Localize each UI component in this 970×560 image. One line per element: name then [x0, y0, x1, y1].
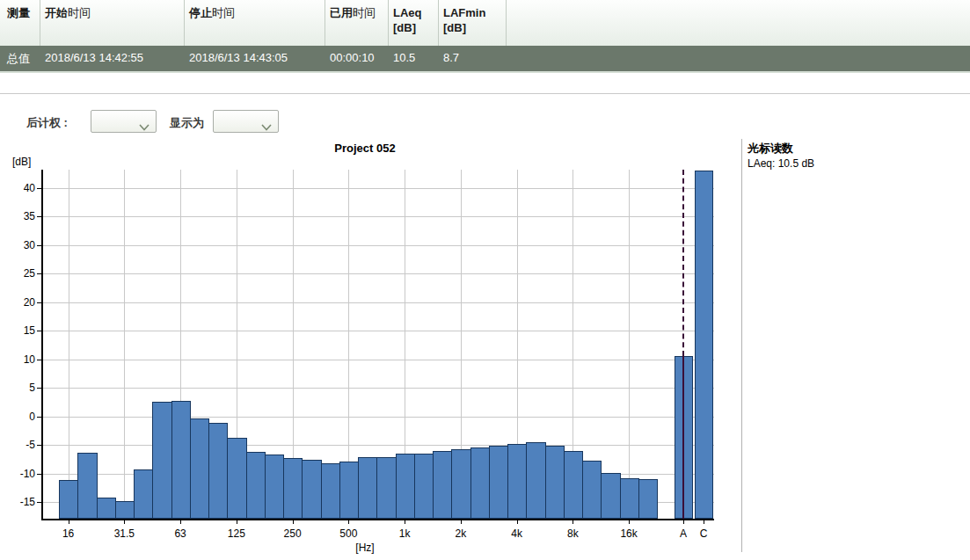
cursor-panel-title: 光标读数 — [748, 141, 793, 156]
app-window: 测量 开始时间 停止时间 已用时间 LAeq[dB] LAFmin[dB] 总值… — [0, 0, 970, 560]
bar-10k[interactable] — [582, 461, 602, 519]
header-laeq-line2: [dB] — [393, 21, 416, 34]
bar-63[interactable] — [171, 401, 191, 519]
y-tick-label: 25 — [0, 267, 35, 280]
x-tick-label: 500 — [326, 527, 370, 540]
bar-800[interactable] — [376, 457, 396, 519]
post-weighting-select[interactable] — [91, 110, 157, 133]
bar-20[interactable] — [77, 453, 97, 519]
y-tick-label: 10 — [0, 353, 35, 366]
x-tick — [704, 520, 704, 524]
display-as-select[interactable] — [213, 110, 279, 133]
bar-6.3k[interactable] — [545, 446, 565, 519]
bar-16k[interactable] — [620, 478, 639, 519]
x-tick — [124, 520, 125, 524]
panel-separator — [741, 139, 742, 552]
bar-4k[interactable] — [507, 444, 527, 519]
bar-160[interactable] — [246, 452, 266, 519]
bar-2.5k[interactable] — [470, 447, 490, 519]
x-tick — [573, 520, 573, 524]
table-data-row[interactable]: 总值 2018/6/13 14:42:55 2018/6/13 14:43:05… — [0, 46, 970, 71]
y-axis-line — [41, 170, 43, 520]
header-start-strong: 开始 — [45, 6, 68, 19]
header-elapsed-rest: 时间 — [353, 6, 376, 19]
bar-1.6k[interactable] — [433, 451, 452, 519]
y-tick-label: 30 — [0, 239, 35, 251]
y-gridline — [43, 302, 714, 303]
x-tick-label: 63 — [158, 527, 202, 540]
results-table-header: 测量 开始时间 停止时间 已用时间 LAeq[dB] LAFmin[dB] — [0, 0, 970, 46]
bar-100[interactable] — [208, 423, 228, 519]
x-tick — [180, 520, 181, 524]
y-axis-unit-label: [dB] — [12, 156, 31, 168]
bar-12.5k[interactable] — [601, 473, 620, 519]
y-gridline — [43, 445, 714, 446]
y-gridline — [43, 417, 714, 418]
y-gridline — [43, 188, 714, 189]
cursor-line-solid[interactable] — [682, 356, 684, 519]
y-gridline — [43, 216, 714, 217]
x-tick — [629, 520, 630, 524]
bar-125[interactable] — [227, 438, 246, 519]
row-laeq-value: 10.5 — [389, 51, 439, 64]
row-elapsed-time-value: 00:00:10 — [325, 51, 389, 64]
bar-25[interactable] — [97, 498, 116, 519]
header-empty — [507, 0, 970, 46]
header-start-time: 开始时间 — [40, 0, 185, 46]
bar-500[interactable] — [339, 462, 359, 519]
bar-80[interactable] — [190, 418, 209, 519]
x-tick-label: 125 — [215, 527, 259, 540]
bar-2k[interactable] — [451, 449, 470, 519]
x-tick-label: 31.5 — [102, 527, 146, 540]
y-gridline — [43, 388, 714, 389]
row-start-time-value: 2018/6/13 14:42:55 — [40, 51, 185, 64]
x-tick — [517, 520, 518, 524]
x-tick-label: 2k — [439, 527, 483, 540]
bar-3.15k[interactable] — [489, 446, 508, 519]
header-laeq: LAeq[dB] — [389, 0, 439, 46]
y-tick-label: 5 — [0, 382, 35, 394]
x-tick-label: C — [682, 527, 726, 540]
header-elapsed-time: 已用时间 — [325, 0, 389, 46]
x-tick-label: 8k — [551, 527, 594, 540]
bar-1k[interactable] — [396, 454, 415, 519]
bar-200[interactable] — [265, 455, 284, 519]
row-stop-time-value: 2018/6/13 14:43:05 — [185, 51, 325, 64]
y-gridline — [43, 331, 714, 331]
x-tick-label: 16 — [47, 527, 91, 540]
cursor-line-dashed[interactable] — [682, 170, 684, 356]
bar-20k[interactable] — [638, 479, 658, 519]
y-tick-label: -10 — [0, 468, 35, 480]
bar-315[interactable] — [302, 460, 321, 519]
bar-8k[interactable] — [564, 451, 583, 520]
y-gridline — [43, 360, 714, 360]
bar-400[interactable] — [321, 463, 340, 519]
x-axis-line — [41, 519, 714, 520]
y-tick-label: 40 — [0, 182, 35, 194]
header-stop-strong: 停止 — [189, 6, 212, 19]
cursor-reading-value: LAeq: 10.5 dB — [748, 157, 814, 170]
row-measure-value: 总值 — [0, 51, 40, 67]
bar-50[interactable] — [152, 402, 171, 519]
x-tick — [69, 520, 69, 524]
header-lafmin: LAFmin[dB] — [439, 0, 507, 46]
bar-630[interactable] — [358, 457, 377, 519]
row-underline — [0, 71, 970, 73]
bar-31.5[interactable] — [115, 501, 135, 519]
y-gridline — [43, 245, 714, 246]
header-lafmin-line2: [dB] — [443, 21, 466, 34]
y-tick-label: 15 — [0, 324, 35, 337]
header-stop-time: 停止时间 — [185, 0, 325, 46]
header-laeq-line1: LAeq — [393, 6, 422, 19]
bar-40[interactable] — [134, 469, 153, 519]
bar-1.25k[interactable] — [414, 454, 434, 519]
bar-C[interactable] — [695, 171, 714, 519]
bar-5k[interactable] — [526, 442, 545, 519]
header-measure: 测量 — [0, 0, 40, 46]
x-tick — [237, 520, 237, 524]
chart-title: Project 052 — [0, 142, 730, 155]
y-tick-label: 0 — [0, 411, 35, 423]
bar-250[interactable] — [283, 458, 303, 519]
header-start-rest: 时间 — [68, 6, 91, 19]
bar-16[interactable] — [59, 480, 78, 519]
